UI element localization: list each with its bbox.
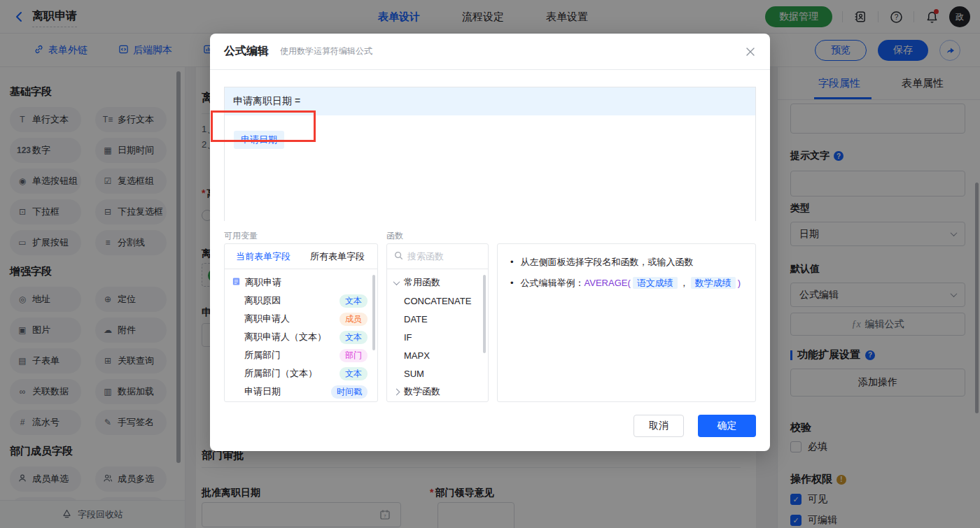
variable-row[interactable]: 所属部门部门 (225, 346, 377, 364)
dialog-subtitle: 使用数学运算符编辑公式 (280, 45, 372, 57)
formula-editor[interactable]: 申请离职日期 = 申请日期 (224, 87, 756, 221)
tip-line: • 从左侧面板选择字段名和函数，或输入函数 (510, 255, 743, 269)
annotation-highlight-box (211, 110, 316, 142)
confirm-button[interactable]: 确定 (698, 415, 756, 437)
type-badge: 文本 (340, 331, 368, 344)
functions-scrollbar[interactable] (483, 275, 486, 353)
function-group-common[interactable]: 常用函数 (387, 273, 488, 292)
bullet: • (510, 276, 514, 290)
example-field-chip: 语文成绩 (633, 277, 678, 289)
tip-example: 公式编辑举例：AVERAGE(语文成绩，数学成绩) (521, 276, 741, 290)
function-search-placeholder: 搜索函数 (407, 250, 444, 263)
variables-tabs: 当前表单字段 所有表单字段 (225, 244, 377, 269)
form-doc-icon (232, 277, 241, 288)
type-badge: 文本 (340, 294, 368, 308)
function-item[interactable]: IF (387, 328, 488, 346)
formula-edit-dialog: 公式编辑 使用数学运算符编辑公式 申请离职日期 = 申请日期 可用变量 函数 当… (210, 34, 770, 451)
variable-row[interactable]: 离职申请人（文本）文本 (225, 328, 377, 346)
example-field-chip: 数学成绩 (691, 277, 736, 289)
functions-label: 函数 (386, 230, 403, 242)
tips-panel: • 从左侧面板选择字段名和函数，或输入函数 • 公式编辑举例：AVERAGE(语… (497, 243, 756, 402)
type-badge: 部门 (340, 349, 368, 362)
type-badge: 时间戳 (331, 385, 368, 399)
function-item[interactable]: DATE (387, 310, 488, 328)
functions-panel: 搜索函数 常用函数 CONCATENATE DATE IF MAPX SUM 数… (386, 243, 489, 402)
variable-row[interactable]: 申请日期时间戳 (225, 383, 377, 401)
bullet: • (510, 255, 514, 269)
function-group-text[interactable]: 文本函数 (387, 401, 488, 402)
type-badge: 成员 (340, 313, 368, 326)
function-item[interactable]: MAPX (387, 346, 488, 364)
search-icon (394, 250, 403, 263)
cancel-button[interactable]: 取消 (634, 415, 684, 437)
function-item[interactable]: CONCATENATE (387, 292, 488, 310)
variables-scrollbar[interactable] (372, 275, 375, 350)
variable-row[interactable]: 离职原因文本 (225, 292, 377, 310)
tab-current-form-fields[interactable]: 当前表单字段 (236, 250, 290, 263)
dialog-title: 公式编辑 (224, 44, 269, 59)
tab-all-form-fields[interactable]: 所有表单字段 (310, 250, 365, 263)
function-group-math[interactable]: 数学函数 (387, 383, 488, 401)
function-search[interactable]: 搜索函数 (387, 244, 488, 269)
variables-label: 可用变量 (224, 230, 258, 242)
close-icon[interactable] (745, 46, 756, 57)
form-tree-root[interactable]: 离职申请 (225, 273, 377, 292)
variables-panel: 当前表单字段 所有表单字段 离职申请 离职原因文本 离职申请人成员 离职申请人（… (224, 243, 378, 402)
chevron-down-icon (393, 278, 400, 285)
tip-example-line: • 公式编辑举例：AVERAGE(语文成绩，数学成绩) (510, 276, 743, 290)
type-badge: 文本 (340, 367, 368, 380)
dialog-header: 公式编辑 使用数学运算符编辑公式 (210, 34, 770, 70)
variable-row[interactable]: 所属部门（文本）文本 (225, 364, 377, 383)
function-item[interactable]: SUM (387, 364, 488, 383)
chevron-right-icon (393, 388, 400, 395)
variable-row[interactable]: 离职申请人成员 (225, 310, 377, 328)
